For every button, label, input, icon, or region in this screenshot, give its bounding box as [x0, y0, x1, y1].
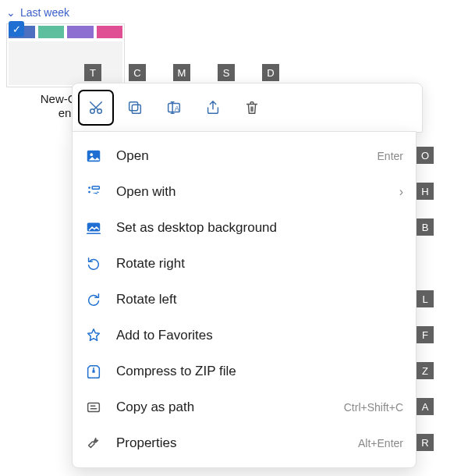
svg-point-7	[90, 153, 93, 156]
key-hint-copy-path: A	[417, 398, 434, 415]
menu-item-set-background[interactable]: Set as desktop background	[76, 210, 413, 246]
menu-label: Add to Favorites	[116, 328, 403, 343]
key-hint-rename: M	[173, 64, 190, 81]
svg-text:A: A	[175, 105, 179, 112]
picture-icon	[85, 147, 102, 165]
rotate-left-icon	[85, 291, 102, 308]
selected-checkmark-icon: ✓	[9, 21, 24, 37]
copy-path-icon	[85, 399, 102, 416]
menu-item-rotate-right[interactable]: Rotate right	[76, 246, 413, 282]
rename-icon: A	[165, 99, 183, 116]
context-menu: Open Enter Open with › Set as desktop ba…	[72, 131, 417, 468]
menu-item-properties[interactable]: Properties Alt+Enter	[76, 425, 413, 461]
svg-rect-10	[92, 186, 99, 190]
key-hint-set-bg: B	[417, 218, 434, 236]
svg-point-8	[88, 186, 90, 189]
key-hint-rotate-left: L	[417, 290, 434, 307]
chevron-down-icon: ⌄	[6, 6, 16, 19]
menu-label: Copy as path	[116, 400, 344, 415]
context-toolbar: A	[72, 83, 423, 133]
rotate-right-icon	[85, 255, 102, 272]
key-hint-share: S	[218, 64, 235, 81]
key-hint-cut: T	[84, 64, 101, 81]
svg-rect-3	[129, 102, 138, 111]
svg-point-9	[88, 191, 90, 194]
scissors-icon	[87, 99, 105, 116]
share-icon	[204, 99, 222, 116]
key-hint-properties: R	[417, 434, 434, 451]
menu-accel: Alt+Enter	[358, 437, 403, 449]
svg-rect-2	[132, 105, 140, 113]
menu-item-copy-path[interactable]: Copy as path Ctrl+Shift+C	[76, 389, 413, 425]
menu-label: Rotate left	[116, 292, 403, 307]
menu-label: Open	[116, 148, 378, 164]
thumbnail-image: ✓	[6, 23, 125, 87]
copy-button[interactable]	[118, 91, 152, 125]
key-hint-open: O	[417, 147, 434, 164]
menu-item-rotate-left[interactable]: Rotate left	[76, 282, 413, 318]
rename-button[interactable]: A	[157, 91, 191, 125]
menu-accel: Ctrl+Shift+C	[344, 401, 403, 414]
cut-button[interactable]	[79, 91, 113, 125]
zip-icon	[85, 363, 102, 380]
menu-item-open-with[interactable]: Open with ›	[76, 174, 413, 210]
key-hint-delete: D	[262, 64, 279, 81]
menu-label: Compress to ZIP file	[116, 364, 403, 379]
menu-label: Open with	[116, 184, 399, 200]
menu-accel: Enter	[378, 150, 403, 162]
menu-label: Set as desktop background	[116, 220, 403, 236]
menu-item-compress[interactable]: Compress to ZIP file	[76, 353, 413, 389]
menu-item-favorites[interactable]: Add to Favorites	[76, 318, 413, 353]
menu-label: Rotate right	[116, 256, 403, 272]
menu-label: Properties	[116, 435, 358, 451]
svg-rect-12	[88, 403, 100, 412]
key-hint-copy: C	[129, 64, 146, 81]
share-button[interactable]	[196, 91, 230, 125]
key-hint-favorites: F	[417, 326, 434, 343]
open-with-icon	[85, 183, 102, 201]
key-hint-compress: Z	[417, 362, 434, 379]
wrench-icon	[85, 435, 102, 452]
group-header-last-week[interactable]: ⌄ Last week	[6, 6, 69, 19]
star-icon	[85, 327, 102, 344]
chevron-right-icon: ›	[399, 185, 403, 199]
copy-icon	[126, 99, 144, 116]
desktop-icon	[85, 219, 102, 236]
key-hint-open-with: H	[417, 183, 434, 200]
trash-icon	[243, 99, 261, 116]
group-header-label: Last week	[20, 6, 69, 19]
menu-item-open[interactable]: Open Enter	[76, 138, 413, 174]
delete-button[interactable]	[235, 91, 269, 125]
